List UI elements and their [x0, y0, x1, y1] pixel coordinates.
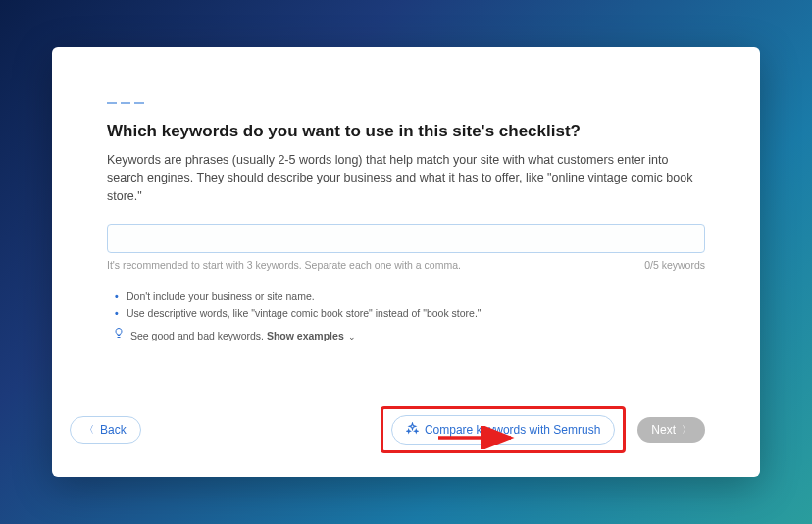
keyword-setup-modal: Which keywords do you want to use in thi…	[52, 47, 760, 477]
chevron-right-icon: 〉	[682, 423, 691, 437]
input-hints: It's recommended to start with 3 keyword…	[107, 259, 705, 271]
modal-footer: 〈 Back Compare keywords with Semrush Nex…	[52, 394, 760, 477]
progress-indicator	[107, 102, 705, 104]
tip-item: Don't include your business or site name…	[113, 288, 705, 305]
compare-keywords-button[interactable]: Compare keywords with Semrush	[391, 415, 615, 445]
back-button[interactable]: 〈 Back	[70, 416, 141, 444]
compare-label: Compare keywords with Semrush	[425, 423, 600, 437]
back-label: Back	[100, 423, 127, 437]
right-button-group: Compare keywords with Semrush Next 〉	[381, 406, 705, 453]
hint-left: It's recommended to start with 3 keyword…	[107, 259, 461, 271]
chevron-left-icon: 〈	[84, 423, 94, 437]
chevron-down-icon: ⌄	[348, 332, 356, 341]
sparkle-icon	[406, 422, 419, 438]
page-title: Which keywords do you want to use in thi…	[107, 122, 705, 141]
page-description: Keywords are phrases (usually 2-5 words …	[107, 151, 705, 206]
highlight-annotation: Compare keywords with Semrush	[381, 406, 626, 453]
keyword-count: 0/5 keywords	[644, 259, 705, 271]
tip-item: Use descriptive words, like "vintage com…	[113, 305, 705, 322]
tip-examples: See good and bad keywords. Show examples…	[113, 327, 705, 344]
next-label: Next	[651, 423, 676, 437]
tips-list: Don't include your business or site name…	[107, 288, 705, 344]
keywords-input[interactable]	[107, 224, 705, 253]
examples-prefix: See good and bad keywords.	[130, 330, 267, 341]
lightbulb-icon	[113, 327, 125, 344]
show-examples-link[interactable]: Show examples	[267, 330, 344, 341]
next-button[interactable]: Next 〉	[637, 417, 705, 443]
modal-content: Which keywords do you want to use in thi…	[52, 47, 760, 394]
